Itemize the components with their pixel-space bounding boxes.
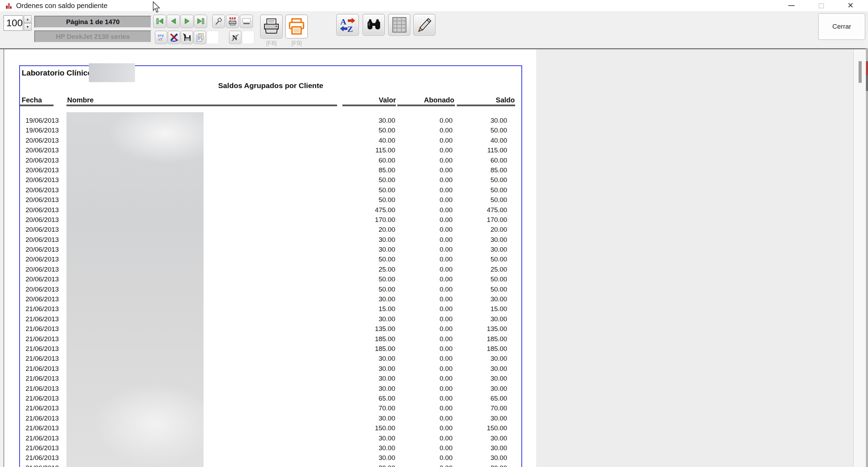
table-cell-valor: 185.00 (332, 345, 395, 353)
table-cell-valor: 20.00 (332, 226, 395, 234)
table-cell-valor: 50.00 (332, 196, 395, 204)
header-rule-abonado (397, 105, 455, 106)
copy-button[interactable] (194, 31, 206, 44)
page-indicator: Página 1 de 1470 (34, 16, 151, 28)
table-cell-valor: 30.00 (332, 117, 395, 124)
export-excel-icon (169, 33, 179, 42)
table-cell-abonado: 0.00 (390, 375, 453, 382)
export-excel-button[interactable] (168, 31, 180, 44)
svg-text:x+y: x+y (158, 34, 164, 37)
table-cell-abonado: 0.00 (390, 127, 453, 134)
arrow-down-icon: ▼ (26, 25, 29, 29)
save-button[interactable] (181, 31, 193, 44)
app-icon (5, 2, 13, 9)
table-cell-saldo: 150.00 (444, 424, 507, 432)
column-header-abonado: Abonado (391, 96, 454, 104)
edit-button[interactable] (413, 14, 435, 36)
table-cell-valor: 30.00 (332, 464, 395, 467)
table-cell-valor: 30.00 (332, 385, 395, 393)
print-button[interactable] (260, 15, 283, 38)
print-direct-icon (288, 18, 305, 35)
print-direct-button[interactable] (285, 15, 308, 38)
table-cell-date: 21/06/2013 (26, 444, 59, 452)
table-cell-valor: 30.00 (332, 434, 395, 442)
table-cell-date: 20/06/2013 (26, 256, 59, 263)
edit-pencil-icon (417, 17, 433, 33)
grid-button[interactable] (388, 14, 410, 36)
table-cell-valor: 30.00 (332, 375, 395, 382)
table-cell-date: 21/06/2013 (26, 355, 59, 362)
column-header-saldo: Saldo (452, 96, 515, 104)
sort-button[interactable]: A Z (336, 14, 359, 36)
table-cell-saldo: 185.00 (444, 335, 507, 343)
scrollbar-thumb[interactable] (859, 61, 862, 83)
table-cell-valor: 50.00 (332, 127, 395, 134)
report-title: Saldos Agrupados por Cliente (19, 81, 522, 90)
next-page-button[interactable] (180, 15, 193, 28)
header-rule-valor (342, 105, 396, 106)
save-icon (183, 33, 192, 42)
table-cell-date: 20/06/2013 (26, 166, 59, 174)
last-page-icon (197, 18, 205, 25)
table-cell-saldo: 30.00 (444, 355, 507, 362)
printer-name-field: HP DeskJet 2130 series (34, 30, 151, 42)
offscreen-window-sliver (866, 13, 868, 467)
table-cell-date: 19/06/2013 (26, 117, 59, 124)
table-cell-abonado: 0.00 (390, 315, 453, 323)
table-cell-abonado: 0.00 (390, 166, 453, 174)
table-cell-saldo: 30.00 (444, 454, 507, 462)
page-width-button[interactable] (240, 15, 253, 28)
table-cell-date: 20/06/2013 (26, 236, 59, 244)
table-cell-abonado: 0.00 (390, 236, 453, 244)
zoom-spinner: ▲ ▼ (24, 15, 31, 31)
table-cell-saldo: 170.00 (444, 216, 507, 224)
vertical-scrollbar[interactable] (854, 49, 866, 467)
table-cell-valor: 30.00 (332, 315, 395, 323)
table-cell-valor: 475.00 (332, 206, 395, 214)
column-header-nombre: Nombre (67, 96, 94, 104)
cerrar-button[interactable]: Cerrar (818, 13, 865, 40)
header-rule-nombre (66, 105, 337, 106)
table-cell-saldo: 40.00 (444, 137, 507, 144)
printer-setup-icon (228, 17, 237, 26)
table-cell-date: 20/06/2013 (26, 226, 59, 234)
table-cell-abonado: 0.00 (390, 216, 453, 224)
first-page-button[interactable] (153, 15, 166, 28)
zoom-down-button[interactable]: ▼ (24, 23, 31, 31)
redacted-client-names (66, 112, 204, 467)
search-button[interactable] (363, 14, 385, 36)
table-cell-saldo: 50.00 (444, 186, 507, 194)
pin-button[interactable] (212, 15, 225, 28)
table-cell-date: 21/06/2013 (26, 325, 59, 333)
zoom-input[interactable]: 100 (3, 15, 23, 31)
f9-label: [F9] (285, 40, 308, 47)
previous-page-button[interactable] (167, 15, 180, 28)
table-cell-date: 21/06/2013 (26, 424, 59, 432)
table-cell-abonado: 0.00 (390, 434, 453, 442)
table-cell-date: 20/06/2013 (26, 295, 59, 303)
formula-button[interactable]: x+y =? (155, 31, 167, 44)
close-button[interactable]: ✕ (845, 0, 856, 11)
blank-button-2[interactable] (242, 31, 254, 44)
table-cell-date: 21/06/2013 (26, 464, 59, 467)
table-cell-saldo: 25.00 (444, 266, 507, 273)
report-company: Laboratorio Clínico (22, 69, 92, 78)
minimize-button[interactable] (785, 0, 797, 11)
printer-setup-button[interactable] (226, 15, 239, 28)
table-cell-date: 21/06/2013 (26, 385, 59, 393)
maximize-button[interactable] (815, 0, 827, 11)
table-cell-date: 19/06/2013 (26, 127, 59, 134)
table-cell-saldo: 50.00 (444, 196, 507, 204)
table-cell-abonado: 0.00 (390, 385, 453, 393)
last-page-button[interactable] (194, 15, 207, 28)
table-cell-valor: 25.00 (332, 266, 395, 273)
blank-button-1[interactable] (207, 31, 219, 44)
table-cell-abonado: 0.00 (390, 444, 453, 452)
table-cell-saldo: 70.00 (444, 404, 507, 412)
annotate-button[interactable]: N (229, 31, 241, 44)
table-cell-date: 21/06/2013 (26, 335, 59, 343)
table-cell-date: 20/06/2013 (26, 286, 59, 293)
minimize-icon (788, 5, 795, 6)
f8-label: [F8] (260, 40, 283, 47)
zoom-up-button[interactable]: ▲ (24, 15, 31, 23)
